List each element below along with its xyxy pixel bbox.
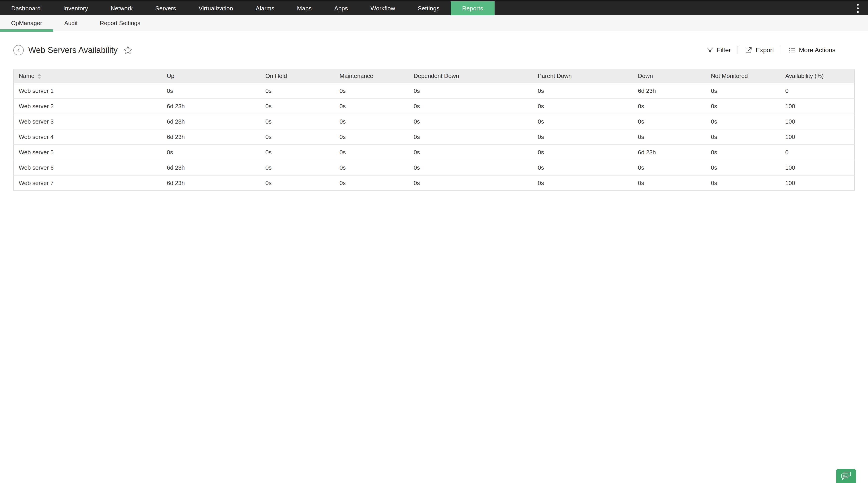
nav-spacer <box>495 1 848 15</box>
cell-parent-down: 0s <box>533 160 633 175</box>
top-navbar: Dashboard Inventory Network Servers Virt… <box>0 0 868 15</box>
cell-on-hold: 0s <box>260 160 335 175</box>
cell-on-hold: 0s <box>260 175 335 191</box>
table-row[interactable]: Web server 2 6d 23h 0s 0s 0s 0s 0s 0s 10… <box>13 98 855 114</box>
column-header[interactable]: Availability (%) <box>780 69 855 83</box>
cell-up: 6d 23h <box>162 98 260 114</box>
nav-item-label: Reports <box>462 5 483 12</box>
chevron-left-icon <box>16 47 22 53</box>
nav-item-label: Maps <box>297 5 312 12</box>
nav-item[interactable]: Apps <box>323 1 359 15</box>
table-row[interactable]: Web server 1 0s 0s 0s 0s 0s 6d 23h 0s 0 <box>13 83 855 98</box>
table-row[interactable]: Web server 3 6d 23h 0s 0s 0s 0s 0s 0s 10… <box>13 114 855 129</box>
cell-down: 0s <box>633 98 706 114</box>
nav-item-label: Servers <box>155 5 176 12</box>
column-header[interactable]: Down <box>633 69 706 83</box>
cell-down: 0s <box>633 114 706 129</box>
nav-item[interactable]: Settings <box>406 1 451 15</box>
column-header-label: Up <box>167 72 174 79</box>
star-icon <box>123 45 133 55</box>
nav-item-label: Apps <box>334 5 348 12</box>
export-button[interactable]: Export <box>745 46 774 54</box>
cell-maintenance: 0s <box>335 129 409 144</box>
nav-item[interactable]: Alarms <box>244 1 286 15</box>
table-row[interactable]: Web server 4 6d 23h 0s 0s 0s 0s 0s 0s 10… <box>13 129 855 144</box>
cell-up: 0s <box>162 144 260 160</box>
nav-item-label: Inventory <box>63 5 88 12</box>
cell-down: 0s <box>633 175 706 191</box>
nav-item[interactable]: Network <box>99 1 144 15</box>
back-button[interactable] <box>13 45 24 55</box>
cell-down: 6d 23h <box>633 144 706 160</box>
cell-dependent-down: 0s <box>409 83 533 98</box>
report-tabbar: OpManager Audit Report Settings <box>0 15 868 31</box>
favorite-button[interactable] <box>123 45 133 55</box>
table-row[interactable]: Web server 6 6d 23h 0s 0s 0s 0s 0s 0s 10… <box>13 160 855 175</box>
funnel-icon <box>706 46 714 54</box>
page-title: Web Servers Availability <box>28 45 118 55</box>
cell-dependent-down: 0s <box>409 98 533 114</box>
cell-maintenance: 0s <box>335 175 409 191</box>
column-header-label: Name <box>19 72 34 79</box>
cell-parent-down: 0s <box>533 98 633 114</box>
chat-widget-button[interactable] <box>836 469 856 483</box>
filter-button[interactable]: Filter <box>706 46 731 54</box>
cell-parent-down: 0s <box>533 144 633 160</box>
cell-dependent-down: 0s <box>409 129 533 144</box>
cell-dependent-down: 0s <box>409 175 533 191</box>
kebab-menu-icon <box>857 4 859 6</box>
export-icon <box>745 46 752 54</box>
column-header-label: Availability (%) <box>785 72 824 79</box>
cell-name: Web server 4 <box>13 129 162 144</box>
cell-not-monitored: 0s <box>706 129 780 144</box>
tab[interactable]: Report Settings <box>89 15 151 31</box>
cell-maintenance: 0s <box>335 98 409 114</box>
nav-item[interactable]: Reports <box>451 1 494 15</box>
cell-on-hold: 0s <box>260 114 335 129</box>
nav-item[interactable]: Inventory <box>52 1 99 15</box>
column-header[interactable]: Maintenance <box>335 69 409 83</box>
list-icon <box>788 46 796 54</box>
nav-item[interactable]: Workflow <box>359 1 406 15</box>
availability-table: Name Up On Hold Maintenance Dependent Do… <box>13 69 855 191</box>
cell-up: 6d 23h <box>162 129 260 144</box>
nav-item[interactable]: Maps <box>286 1 323 15</box>
column-header[interactable]: Dependent Down <box>409 69 533 83</box>
nav-overflow-button[interactable] <box>848 1 868 15</box>
cell-down: 0s <box>633 160 706 175</box>
nav-item[interactable]: Dashboard <box>0 1 52 15</box>
table-body: Web server 1 0s 0s 0s 0s 0s 6d 23h 0s 0 … <box>13 83 855 191</box>
cell-name: Web server 6 <box>13 160 162 175</box>
column-header[interactable]: Name <box>13 69 162 83</box>
column-header-label: Not Monitored <box>711 72 748 79</box>
sort-arrows-icon <box>37 74 41 79</box>
table-header-row: Name Up On Hold Maintenance Dependent Do… <box>13 69 855 83</box>
nav-item[interactable]: Virtualization <box>187 1 245 15</box>
cell-up: 0s <box>162 83 260 98</box>
table-row[interactable]: Web server 7 6d 23h 0s 0s 0s 0s 0s 0s 10… <box>13 175 855 191</box>
header-actions: Filter Export More Actions <box>706 46 835 54</box>
cell-down: 0s <box>633 129 706 144</box>
cell-not-monitored: 0s <box>706 98 780 114</box>
cell-availability: 100 <box>780 98 855 114</box>
tab[interactable]: Audit <box>53 15 89 31</box>
cell-name: Web server 5 <box>13 144 162 160</box>
column-header[interactable]: Parent Down <box>533 69 633 83</box>
cell-not-monitored: 0s <box>706 175 780 191</box>
column-header[interactable]: Up <box>162 69 260 83</box>
cell-not-monitored: 0s <box>706 114 780 129</box>
cell-maintenance: 0s <box>335 160 409 175</box>
more-actions-button[interactable]: More Actions <box>788 46 835 54</box>
cell-parent-down: 0s <box>533 175 633 191</box>
cell-on-hold: 0s <box>260 98 335 114</box>
nav-item-label: Dashboard <box>11 5 41 12</box>
cell-maintenance: 0s <box>335 83 409 98</box>
table-row[interactable]: Web server 5 0s 0s 0s 0s 0s 6d 23h 0s 0 <box>13 144 855 160</box>
column-header[interactable]: Not Monitored <box>706 69 780 83</box>
nav-item-label: Network <box>111 5 133 12</box>
tab[interactable]: OpManager <box>0 15 53 31</box>
column-header[interactable]: On Hold <box>260 69 335 83</box>
nav-item[interactable]: Servers <box>144 1 187 15</box>
cell-availability: 0 <box>780 144 855 160</box>
column-header-label: Down <box>638 72 653 79</box>
